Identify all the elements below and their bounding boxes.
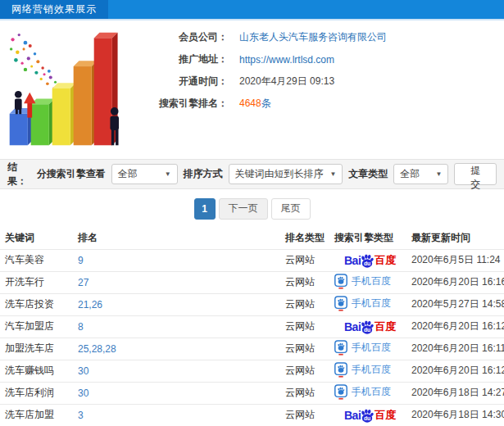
mobile-baidu-icon — [334, 274, 347, 289]
mobile-baidu-icon — [334, 296, 347, 311]
header-bar: 网络营销效果展示 — [0, 0, 504, 20]
baidu-logo-cn-text: 百度 — [375, 320, 396, 334]
engine-cell: 手机百度 — [329, 360, 406, 382]
engine-cell: 手机百度 — [329, 293, 406, 315]
pagination: 1 下一页 尾页 — [0, 189, 504, 228]
keyword-cell: 洗车店加盟 — [0, 404, 73, 426]
rank-count-value: 4648条 — [239, 97, 271, 111]
update-time-cell: 2020年6月18日 14:27 — [406, 382, 504, 404]
growth-chart-illustration — [3, 25, 129, 152]
results-table-body: 汽车美容9云网站Baidu百度2020年6月5日 11:24开洗车行27云网站手… — [0, 249, 504, 426]
baidu-mobile-badge: 手机百度 — [334, 384, 391, 400]
rank-value-link[interactable]: 30 — [78, 365, 89, 377]
rank-count-unit: 条 — [261, 97, 271, 109]
mobile-baidu-icon — [334, 362, 347, 378]
info-row-rank-count: 搜索引擎排名： 4648条 — [146, 93, 387, 115]
mobile-baidu-label: 手机百度 — [352, 341, 391, 355]
filter-controls: 分搜索引擎查看 全部 ▼ 排序方式 关键词由短到长排序 ▼ 文章类型 全部 ▼ … — [37, 163, 497, 185]
header-keyword: 关键词 — [0, 228, 73, 249]
header-engine: 搜索引擎类型 — [329, 228, 406, 249]
rank-type-cell: 云网站 — [280, 382, 329, 404]
table-row: 汽车美容9云网站Baidu百度2020年6月5日 11:24 — [0, 249, 504, 271]
info-row-company: 会员公司： 山东老人头汽车服务咨询有限公司 — [146, 26, 387, 48]
table-row: 洗车赚钱吗30云网站手机百度2020年6月20日 16:12 — [0, 360, 504, 382]
rank-count-number: 4648 — [239, 97, 261, 109]
url-label: 推广地址： — [146, 52, 228, 66]
update-time-cell: 2020年6月20日 16:12 — [406, 315, 504, 338]
update-time-cell: 2020年5月27日 14:58 — [406, 293, 504, 315]
keyword-cell: 开洗车行 — [0, 271, 73, 293]
keyword-cell: 洗车店投资 — [0, 293, 73, 315]
sort-filter-select[interactable]: 关键词由短到长排序 ▼ — [229, 164, 343, 184]
header-rank-type: 排名类型 — [280, 228, 329, 249]
promotion-url-link[interactable]: https://www.lrtlsd.com — [239, 54, 334, 66]
header-update-time: 最新更新时间 — [406, 228, 504, 249]
rank-value-link[interactable]: 27 — [78, 277, 89, 288]
engine-cell: 手机百度 — [329, 382, 406, 404]
rank-value-link[interactable]: 3 — [78, 410, 84, 421]
page-1-button[interactable]: 1 — [194, 198, 216, 220]
mobile-baidu-icon — [334, 340, 347, 356]
page-title: 网络营销效果展示 — [0, 0, 108, 19]
engine-cell: Baidu百度 — [329, 315, 406, 338]
header-rank: 排名 — [73, 228, 280, 249]
submit-button[interactable]: 提交 — [454, 163, 497, 185]
table-row: 开洗车行27云网站手机百度2020年6月20日 16:16 — [0, 271, 504, 293]
baidu-logo-text: Bai — [344, 254, 361, 267]
baidu-pc-logo: Baidu百度 — [344, 408, 396, 423]
table-header-row: 关键词 排名 排名类型 搜索引擎类型 最新更新时间 — [0, 228, 504, 249]
engine-cell: 手机百度 — [329, 338, 406, 360]
open-time-value: 2020年4月29日 09:13 — [239, 75, 334, 88]
rank-cell: 21,26 — [73, 293, 280, 315]
rank-type-cell: 云网站 — [280, 404, 329, 426]
baidu-pc-logo: Baidu百度 — [344, 320, 396, 334]
rank-type-cell: 云网站 — [280, 315, 329, 338]
table-row: 洗车店投资21,26云网站手机百度2020年5月27日 14:58 — [0, 293, 504, 315]
mobile-baidu-icon — [334, 384, 347, 400]
rank-cell: 25,28,28 — [73, 338, 280, 360]
rank-type-cell: 云网站 — [280, 360, 329, 382]
rank-count-label: 搜索引擎排名： — [146, 97, 228, 111]
rank-value-link[interactable]: 8 — [78, 321, 84, 333]
rank-type-cell: 云网站 — [280, 249, 329, 271]
baidu-pc-logo: Baidu百度 — [344, 253, 396, 268]
baidu-mobile-badge: 手机百度 — [334, 340, 391, 356]
rank-cell: 30 — [73, 382, 280, 404]
confetti-dots — [10, 34, 60, 90]
mobile-baidu-label: 手机百度 — [352, 385, 391, 399]
company-link[interactable]: 山东老人头汽车服务咨询有限公司 — [239, 30, 387, 44]
update-time-cell: 2020年6月5日 11:24 — [406, 249, 504, 271]
mobile-baidu-label: 手机百度 — [352, 274, 391, 288]
sort-filter-label: 排序方式 — [184, 167, 223, 181]
baidu-logo-text: Bai — [344, 409, 361, 422]
keyword-cell: 洗车赚钱吗 — [0, 360, 73, 382]
rank-type-cell: 云网站 — [280, 338, 329, 360]
article-type-label: 文章类型 — [348, 167, 388, 181]
result-label: 结果： — [7, 161, 37, 188]
rank-value-link[interactable]: 30 — [78, 387, 89, 399]
chevron-down-icon: ▼ — [329, 170, 336, 178]
baidu-mobile-badge: 手机百度 — [334, 362, 391, 378]
next-page-button[interactable]: 下一页 — [219, 198, 268, 220]
rank-value-link[interactable]: 25,28,28 — [78, 343, 116, 355]
last-page-button[interactable]: 尾页 — [271, 198, 311, 220]
baidu-logo-cn-text: 百度 — [375, 253, 396, 268]
engine-filter-select[interactable]: 全部 ▼ — [111, 164, 178, 184]
rank-value-link[interactable]: 9 — [78, 255, 84, 266]
open-time-label: 开通时间： — [146, 75, 228, 88]
member-info: 会员公司： 山东老人头汽车服务咨询有限公司 推广地址： https://www.… — [146, 26, 387, 115]
table-row: 洗车店加盟3云网站Baidu百度2020年6月18日 14:30 — [0, 404, 504, 426]
sort-filter-value: 关键词由短到长排序 — [235, 167, 324, 181]
keyword-cell: 洗车店利润 — [0, 382, 73, 404]
chevron-down-icon: ▼ — [165, 170, 171, 178]
article-type-select[interactable]: 全部 ▼ — [393, 164, 448, 184]
article-type-value: 全部 — [400, 167, 420, 181]
chevron-down-icon: ▼ — [436, 170, 443, 178]
rank-value-link[interactable]: 21,26 — [78, 299, 102, 310]
baidu-logo-text: Bai — [344, 320, 361, 333]
update-time-cell: 2020年6月20日 16:16 — [406, 271, 504, 293]
bar-green — [31, 99, 55, 146]
update-time-cell: 2020年6月20日 16:12 — [406, 360, 504, 382]
results-table: 关键词 排名 排名类型 搜索引擎类型 最新更新时间 汽车美容9云网站Baidu百… — [0, 228, 504, 426]
rank-cell: 3 — [73, 404, 280, 426]
